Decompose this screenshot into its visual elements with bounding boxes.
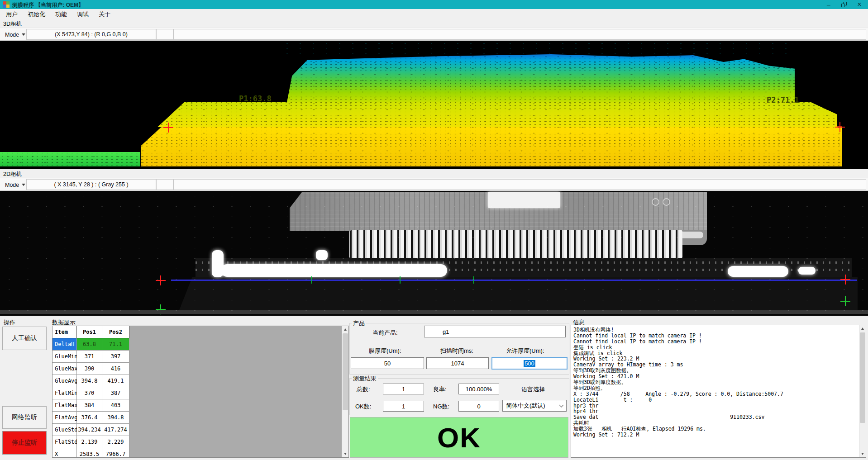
scroll-down-icon[interactable] xyxy=(859,451,866,457)
allowed-thickness-input[interactable]: 500 xyxy=(491,357,568,370)
camera3d-toolbar: Mode (X 5473,Y 84) : (R 0,G 0,B 0) xyxy=(0,28,868,41)
cell-pos2: 7966.7 xyxy=(102,448,129,458)
scroll-up-icon[interactable] xyxy=(859,325,866,332)
info-log-box: 3D相机没有网络! Cannot find local IP to match … xyxy=(571,325,866,458)
table-row[interactable]: FlatAvg 376.4 394.8 xyxy=(52,412,348,424)
cell-pos1: 2.139 xyxy=(77,436,102,448)
minimize-button[interactable]: – xyxy=(821,0,836,9)
column-header[interactable]: Pos2 xyxy=(102,326,129,338)
scroll-down-icon[interactable] xyxy=(342,451,348,457)
mode-dropdown-3d[interactable]: Mode xyxy=(2,30,29,39)
view-2d-camera[interactable] xyxy=(0,191,868,316)
table-scrollbar[interactable] xyxy=(342,326,348,457)
chevron-down-icon xyxy=(22,33,25,36)
view-3d-heightmap[interactable]: P1:63.8 P2:71.1 xyxy=(0,41,868,169)
coords-display-2d: ( X 3145, Y 28 ) : ( Gray 255 ) xyxy=(26,179,156,190)
cell-pos1: 394.234 xyxy=(77,424,102,436)
scan-time-input[interactable]: 1074 xyxy=(426,357,489,369)
chevron-down-icon xyxy=(22,184,25,186)
heightmap-left-strip xyxy=(0,152,140,166)
film-thickness-input[interactable]: 50 xyxy=(351,357,424,369)
fixture-body xyxy=(179,277,858,311)
log-scrollbar[interactable] xyxy=(859,325,866,457)
table-header-row: Item Pos1 Pos2 xyxy=(52,326,348,338)
menu-item-about[interactable]: 关于 xyxy=(94,9,115,19)
table-row[interactable]: DeltaH 63.8 71.1 xyxy=(52,338,348,351)
cell-pos2: 416 xyxy=(102,363,129,375)
camera2d-toolbar: Mode ( X 3145, Y 28 ) : ( Gray 255 ) xyxy=(0,178,868,191)
scrollbar-thumb[interactable] xyxy=(860,332,865,423)
results-section-label: 测量结果 xyxy=(352,375,378,383)
selected-text: 500 xyxy=(524,360,535,367)
crosshair-icon xyxy=(840,296,850,306)
cell-item: GlueMax xyxy=(52,363,77,375)
scroll-up-icon[interactable] xyxy=(342,326,348,333)
cell-pos2: 71.1 xyxy=(102,338,129,351)
menu-item-user[interactable]: 用户 xyxy=(1,9,23,19)
status-result-panel: OK xyxy=(350,417,568,458)
cell-item: GlueMin xyxy=(52,351,77,363)
cell-pos1: 390 xyxy=(77,363,102,375)
tape-perforations xyxy=(196,261,852,264)
scrollbar-thumb[interactable] xyxy=(343,333,348,410)
maximize-button[interactable] xyxy=(836,0,852,9)
manual-confirm-button[interactable]: 人工确认 xyxy=(2,327,47,350)
yield-label: 良率: xyxy=(433,385,447,394)
table-row[interactable]: GlueStd 394.234 417.274 xyxy=(52,424,348,436)
heightmap-top-mound xyxy=(287,54,795,102)
maximize-icon xyxy=(841,2,847,7)
table-row[interactable]: GlueMin 371 397 xyxy=(52,351,348,363)
app-icon xyxy=(3,1,10,8)
table-row[interactable]: FlatMax 384 403 xyxy=(52,399,348,412)
ng-count-input[interactable]: 0 xyxy=(458,401,499,412)
toolbar-segment-small-2d xyxy=(156,179,173,190)
crosshair-icon xyxy=(156,275,166,285)
stop-listen-button[interactable]: 停止监听 xyxy=(2,431,47,455)
measure-tick xyxy=(400,276,401,284)
table-row[interactable]: FlatMin 370 387 xyxy=(52,387,348,399)
cell-pos1: 2583.5 xyxy=(77,448,102,458)
app-window: 测膜程序 【当前用户: OEM】 – × 用户 初始化 功能 调试 关于 3D相… xyxy=(0,0,868,460)
cell-item: DeltaH xyxy=(52,338,77,351)
glue-blob xyxy=(798,267,816,275)
close-button[interactable]: × xyxy=(852,0,867,9)
network-listen-button[interactable]: 网络监听 xyxy=(2,406,47,429)
cell-item: FlatMax xyxy=(52,399,77,412)
menu-item-init[interactable]: 初始化 xyxy=(23,9,50,19)
chevron-down-icon xyxy=(559,403,564,408)
table-row[interactable]: FlatStd 2.139 2.229 xyxy=(52,436,348,448)
ng-count-label: NG数: xyxy=(433,403,449,411)
status-result-text: OK xyxy=(437,422,481,454)
menu-item-function[interactable]: 功能 xyxy=(50,9,72,19)
log-line: Working Set : 712.2 M xyxy=(573,432,850,438)
glue-blob xyxy=(728,266,788,277)
column-header[interactable]: Item xyxy=(52,326,77,338)
table-row[interactable]: GlueAvg 394.8 419.1 xyxy=(52,375,348,387)
mode-dropdown-2d[interactable]: Mode xyxy=(2,180,29,190)
cell-pos2: 387 xyxy=(102,387,129,399)
log-line: Cannot find local IP to match camera IP … xyxy=(573,333,850,339)
total-label: 总数: xyxy=(357,385,370,394)
operations-section-label: 操作 xyxy=(4,318,15,327)
toolbar-segment-wide-2d xyxy=(173,179,866,190)
allowed-thickness-label: 允许厚度(Um): xyxy=(506,347,544,355)
cell-item: FlatStd xyxy=(52,436,77,448)
total-input[interactable]: 1 xyxy=(383,384,424,394)
ok-count-input[interactable]: 1 xyxy=(383,401,424,412)
language-dropdown[interactable]: 简体中文(默认) xyxy=(502,400,567,412)
toolbar-segment-small-3d xyxy=(156,29,173,40)
stage-edge xyxy=(0,310,868,314)
cell-pos2: 2.229 xyxy=(102,436,129,448)
current-product-input[interactable]: g1 xyxy=(424,326,566,337)
table-row[interactable]: X 2583.5 7966.7 xyxy=(52,448,348,458)
log-line: hpr3 thr xyxy=(573,403,850,409)
log-line: 3D相机没有网络! xyxy=(573,327,850,333)
table-row[interactable]: GlueMax 390 416 xyxy=(52,363,348,375)
glue-blob xyxy=(221,264,447,277)
log-line: 等到2D拍照。 xyxy=(573,385,850,391)
cell-pos1: 394.8 xyxy=(77,375,102,387)
yield-input[interactable]: 100.000% xyxy=(458,384,499,394)
menu-item-debug[interactable]: 调试 xyxy=(72,9,94,19)
data-table: Item Pos1 Pos2 DeltaH 63.8 71.1 GlueMin … xyxy=(52,326,349,458)
column-header[interactable]: Pos1 xyxy=(77,326,102,338)
